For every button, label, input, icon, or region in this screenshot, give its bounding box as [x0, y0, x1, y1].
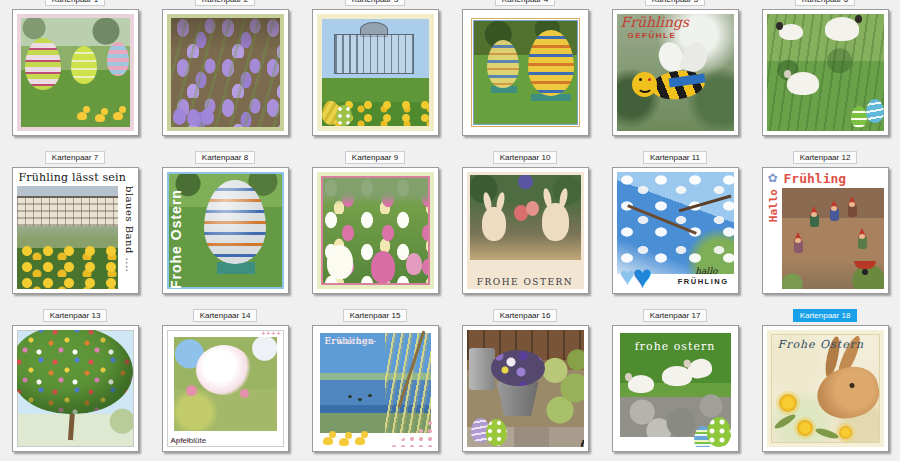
card-thumbnail-6[interactable]: [762, 9, 889, 136]
card-cell-9: Kartenpaar 9: [300, 151, 450, 309]
card-label-2[interactable]: Kartenpaar 2: [195, 0, 255, 6]
tree-crown-with-eggs: [17, 330, 133, 414]
card-cell-15: Kartenpaar 15 Frühlings- Erwachen: [300, 309, 450, 461]
card-cell-5: Kartenpaar 5 Frühlings GEFÜHLE: [600, 0, 750, 151]
card-thumbnail-4[interactable]: [462, 9, 589, 136]
blossom-shape: [196, 345, 252, 395]
card-label-11[interactable]: Kartenpaar 11: [643, 151, 707, 164]
egg-shape: [707, 417, 731, 447]
card-label-15[interactable]: Kartenpaar 15: [343, 309, 408, 322]
card-label-9[interactable]: Kartenpaar 9: [345, 151, 405, 164]
tulip-shape: [406, 253, 422, 275]
card-cell-2: Kartenpaar 2: [150, 0, 300, 151]
palace-daffodils-scene: Frühling lässt sein blaues Band ....: [17, 172, 134, 289]
bunny-photo: [470, 175, 581, 260]
bunny-shape: [482, 207, 506, 241]
palace-photo: [17, 186, 118, 289]
card-label-13[interactable]: Kartenpaar 13: [43, 309, 108, 322]
card-pair-grid: Kartenpaar 1 Kartenpaar 2 Kartenpaar 3: [0, 0, 900, 461]
leaf-shape: [814, 426, 839, 440]
flower-icon: ✿: [768, 172, 778, 184]
egg-shape: [107, 42, 129, 76]
apple-blossom-closeup-scene: ++++ ++++ Apfelblüte: [167, 330, 284, 447]
egg-shape: [187, 109, 200, 126]
egg-shape: [528, 30, 574, 96]
bunny-figurines-scene: FROHE OSTERN: [467, 172, 584, 289]
tulip-shape: [371, 251, 395, 283]
card-cell-18: Kartenpaar 18 Frohe Ostern: [750, 309, 900, 461]
gnome-shape: [794, 240, 803, 253]
egg-shape: [336, 105, 352, 126]
egg-shape: [25, 38, 61, 90]
card-cell-12: Kartenpaar 12 ✿ Frühling Hallo: [750, 151, 900, 309]
card-label-3[interactable]: Kartenpaar 3: [345, 0, 405, 6]
branch-shape: [678, 195, 731, 212]
card-cell-3: Kartenpaar 3: [300, 0, 450, 151]
card-label-8[interactable]: Kartenpaar 8: [195, 151, 255, 164]
card-overlay-text: frohe ostern: [620, 340, 731, 353]
sheep-shape: [779, 24, 803, 40]
lamb-shape: [787, 72, 819, 95]
watercolor-bunny-scene: Frohe Ostern: [767, 330, 884, 447]
bunny-shape: [542, 203, 569, 241]
chick-icon: [113, 112, 123, 120]
tulip-field-scene: [317, 172, 434, 289]
chick-icon: [95, 114, 105, 122]
card-thumbnail-1[interactable]: [12, 9, 139, 136]
egg-shape: [71, 46, 97, 84]
card-thumbnail-15[interactable]: Frühlings- Erwachen: [312, 325, 439, 452]
wheelbarrow-shape: [854, 261, 876, 269]
card-overlay-text: FRÜHLING: [678, 277, 729, 286]
card-cell-11: Kartenpaar 11 ♥ ♥ hallo FRÜHLING: [600, 151, 750, 309]
card-thumbnail-2[interactable]: [162, 9, 289, 136]
card-thumbnail-17[interactable]: frohe ostern: [612, 325, 739, 452]
card-overlay-text: Frühling: [784, 172, 847, 186]
card-overlay-text: hallo: [695, 266, 717, 276]
card-thumbnail-3[interactable]: [312, 9, 439, 136]
bee-wing: [679, 39, 710, 74]
card-label-1[interactable]: Kartenpaar 1: [45, 0, 105, 6]
card-label-7[interactable]: Kartenpaar 7: [45, 151, 105, 164]
egg-shape: [173, 108, 186, 125]
easter-egg-tree-scene: [17, 330, 134, 447]
card-label-5[interactable]: Kartenpaar 5: [645, 0, 705, 6]
card-thumbnail-5[interactable]: Frühlings GEFÜHLE: [612, 9, 739, 136]
card-thumbnail-16[interactable]: Frohe Ostern: [462, 325, 589, 452]
card-cell-14: Kartenpaar 14 ++++ ++++ Apfelblüte: [150, 309, 300, 461]
card-overlay-text-vertical: Frohe Ostern: [168, 172, 184, 289]
card-label-14[interactable]: Kartenpaar 14: [193, 309, 258, 322]
card-label-17[interactable]: Kartenpaar 17: [643, 309, 708, 322]
card-cell-1: Kartenpaar 1: [0, 0, 150, 151]
card-caption: ++++ Apfelblüte: [171, 435, 280, 446]
card-thumbnail-10[interactable]: FROHE OSTERN: [462, 167, 589, 294]
card-thumbnail-13[interactable]: [12, 325, 139, 452]
egg-shape: [204, 180, 266, 264]
bead-egg-scene: Frohe Ostern: [167, 172, 284, 289]
card-thumbnail-18[interactable]: Frohe Ostern: [762, 325, 889, 452]
ducks-on-lake: [348, 395, 352, 398]
chick-icon: [323, 437, 333, 445]
sheep-shape: [825, 17, 859, 41]
card-thumbnail-12[interactable]: ✿ Frühling Hallo: [762, 167, 889, 294]
card-label-4[interactable]: Kartenpaar 4: [495, 0, 555, 6]
card-thumbnail-8[interactable]: Frohe Ostern: [162, 167, 289, 294]
card-thumbnail-7[interactable]: Frühling lässt sein blaues Band ....: [12, 167, 139, 294]
card-label-6[interactable]: Kartenpaar 6: [795, 0, 855, 6]
card-thumbnail-11[interactable]: ♥ ♥ hallo FRÜHLING: [612, 167, 739, 294]
card-label-10[interactable]: Kartenpaar 10: [493, 151, 558, 164]
pansy-pot-scene: Frohe Ostern: [467, 330, 584, 447]
flower-pot: [497, 382, 539, 416]
bunny-head: [812, 362, 883, 424]
tree-trunk: [67, 410, 74, 440]
chick-icon: [77, 112, 87, 120]
heart-icon: ♥: [633, 260, 653, 289]
card-label-16[interactable]: Kartenpaar 16: [493, 309, 558, 322]
greenhouse-scene: [317, 14, 434, 131]
card-label-12[interactable]: Kartenpaar 12: [793, 151, 858, 164]
lamb-shape: [628, 375, 654, 393]
card-thumbnail-9[interactable]: [312, 167, 439, 294]
pansy-cluster: [491, 350, 545, 386]
card-label-18[interactable]: Kartenpaar 18: [793, 309, 858, 322]
card-thumbnail-14[interactable]: ++++ ++++ Apfelblüte: [162, 325, 289, 452]
tulip-shape: [327, 245, 353, 279]
